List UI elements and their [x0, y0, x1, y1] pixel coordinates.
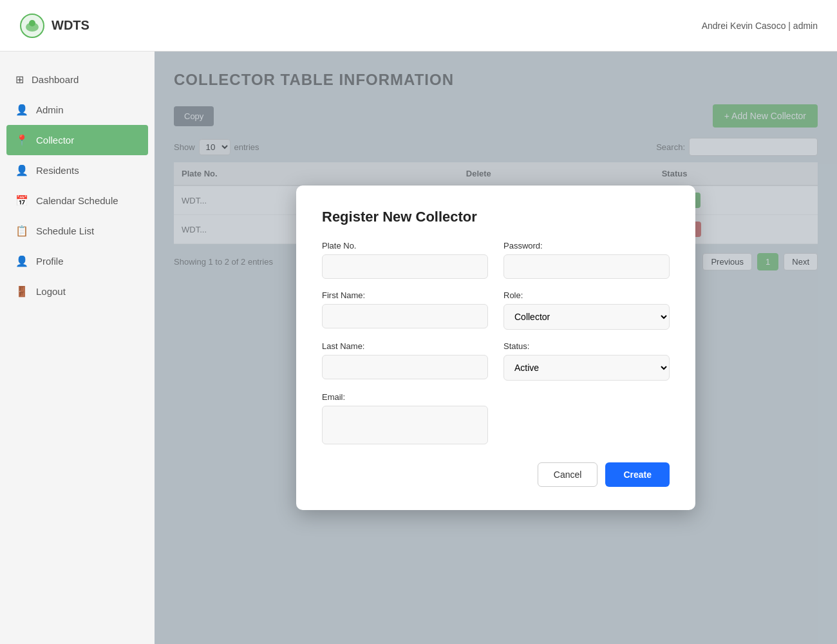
lastname-label: Last Name: [322, 341, 488, 351]
email-input[interactable] [322, 406, 488, 444]
status-select[interactable]: Active Inactive [503, 355, 670, 381]
logo-icon [19, 13, 45, 39]
password-input[interactable] [503, 254, 670, 279]
form-group-status: Status: Active Inactive [503, 341, 670, 381]
plate-label: Plate No. [322, 241, 488, 251]
modal-actions: Cancel Create [322, 462, 670, 487]
sidebar-label-schedule-list: Schedule List [36, 225, 94, 236]
form-group-plate: Plate No. [322, 241, 488, 279]
svg-point-2 [29, 20, 35, 26]
plate-input[interactable] [322, 254, 488, 279]
cancel-button[interactable]: Cancel [538, 462, 598, 487]
admin-icon: 👤 [15, 104, 28, 116]
sidebar-item-schedule-list[interactable]: 📋 Schedule List [0, 216, 155, 246]
residents-icon: 👤 [15, 164, 28, 176]
profile-icon: 👤 [15, 255, 28, 267]
main-content: COLLECTOR TABLE INFORMATION Copy + Add N… [155, 52, 837, 644]
modal-title: Register New Collector [322, 209, 670, 225]
firstname-input[interactable] [322, 304, 488, 328]
sidebar-label-dashboard: Dashboard [32, 74, 79, 85]
dashboard-icon: ⊞ [15, 73, 24, 86]
register-modal: Register New Collector Plate No. Passwor… [296, 185, 695, 510]
sidebar-label-admin: Admin [36, 104, 64, 115]
sidebar-label-logout: Logout [36, 286, 66, 297]
sidebar-item-profile[interactable]: 👤 Profile [0, 246, 155, 276]
firstname-label: First Name: [322, 290, 488, 300]
sidebar-label-profile: Profile [36, 256, 64, 267]
role-select[interactable]: Collector Admin [503, 304, 670, 330]
modal-overlay: Register New Collector Plate No. Passwor… [155, 52, 837, 644]
sidebar-item-logout[interactable]: 🚪 Logout [0, 276, 155, 307]
form-group-role: Role: Collector Admin [503, 290, 670, 330]
sidebar-item-residents[interactable]: 👤 Residents [0, 155, 155, 185]
sidebar-label-residents: Residents [36, 165, 79, 176]
email-label: Email: [322, 392, 488, 402]
header: WDTS Andrei Kevin Casoco | admin [0, 0, 837, 52]
password-label: Password: [503, 241, 670, 251]
sidebar-item-admin[interactable]: 👤 Admin [0, 95, 155, 125]
form-group-password: Password: [503, 241, 670, 279]
form-group-firstname: First Name: [322, 290, 488, 330]
role-label: Role: [503, 290, 670, 300]
sidebar-label-calendar: Calendar Schedule [36, 195, 118, 206]
sidebar-item-calendar[interactable]: 📅 Calendar Schedule [0, 185, 155, 216]
form-group-lastname: Last Name: [322, 341, 488, 381]
status-label: Status: [503, 341, 670, 351]
sidebar-item-dashboard[interactable]: ⊞ Dashboard [0, 64, 155, 95]
schedule-icon: 📋 [15, 225, 28, 237]
logout-icon: 🚪 [15, 285, 28, 298]
lastname-input[interactable] [322, 355, 488, 379]
create-button[interactable]: Create [605, 462, 670, 487]
sidebar-item-collector[interactable]: 📍 Collector [6, 125, 148, 155]
sidebar-label-collector: Collector [36, 135, 74, 146]
app-name: WDTS [52, 18, 89, 33]
logo: WDTS [19, 13, 89, 39]
sidebar: ⊞ Dashboard 👤 Admin 📍 Collector 👤 Reside… [0, 52, 155, 644]
calendar-icon: 📅 [15, 194, 28, 207]
modal-form: Plate No. Password: First Name: [322, 241, 670, 444]
collector-icon: 📍 [15, 134, 28, 146]
form-group-email: Email: [322, 392, 488, 444]
user-info: Andrei Kevin Casoco | admin [702, 21, 818, 31]
layout: ⊞ Dashboard 👤 Admin 📍 Collector 👤 Reside… [0, 52, 837, 644]
